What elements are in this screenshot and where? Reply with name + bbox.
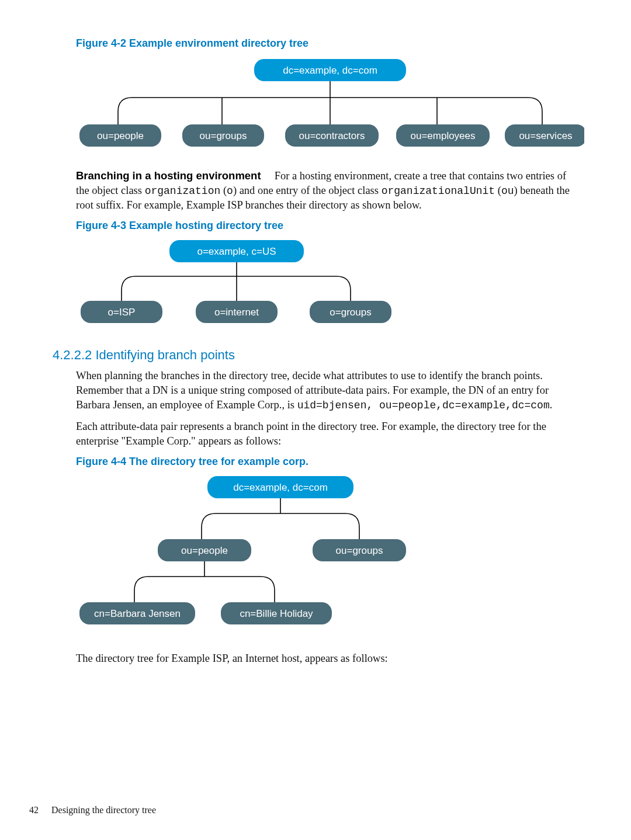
section-title: Identifying branch points xyxy=(92,348,235,362)
figure-4-3-diagram: o=example, c=US o=ISP o=internet o=group… xyxy=(76,238,403,334)
para-identifying-2: Each attribute-data pair represents a br… xyxy=(76,419,578,449)
p1-c2: o xyxy=(227,185,233,197)
f44-root: dc=example, dc=com xyxy=(233,482,328,493)
para-after-fig44: The directory tree for Example ISP, an I… xyxy=(76,651,578,666)
p1-c3: organizationalUnit xyxy=(382,185,495,197)
section-4-2-2-2-heading: 4.2.2.2 Identifying branch points xyxy=(53,348,578,363)
f43-root: o=example, c=US xyxy=(197,246,276,257)
p2-c1: uid=bjensen, ou=people,dc=example,dc=com xyxy=(297,400,550,411)
f42-child-1: ou=groups xyxy=(200,130,247,141)
p1-t3: ) and one entry of the object class xyxy=(233,185,382,196)
section-num: 4.2.2.2 xyxy=(53,348,92,362)
para-identifying-1: When planning the branches in the direct… xyxy=(76,369,578,412)
f43-child-0: o=ISP xyxy=(108,307,136,318)
f44-l3-1: cn=Billie Holiday xyxy=(240,608,313,619)
f44-l2-1: ou=groups xyxy=(336,545,383,556)
f42-root: dc=example, dc=com xyxy=(283,65,377,76)
figure-4-2-caption: Figure 4-2 Example environment directory… xyxy=(76,37,578,50)
f44-l3-0: cn=Barbara Jensen xyxy=(94,608,181,619)
p2-t2: . xyxy=(550,399,553,411)
branching-runin: Branching in a hosting environment xyxy=(76,169,261,182)
footer-title: Designing the directory tree xyxy=(51,805,156,815)
f42-child-4: ou=services xyxy=(519,130,572,141)
p1-t2: ( xyxy=(220,185,227,196)
p1-c4: ou xyxy=(501,185,514,197)
f42-child-0: ou=people xyxy=(97,130,144,141)
page-number: 42 xyxy=(29,805,39,815)
f42-child-3: ou=employees xyxy=(410,130,475,141)
f43-child-2: o=groups xyxy=(330,307,371,318)
figure-4-2-diagram: dc=example, dc=com ou=people ou=groups o… xyxy=(76,55,584,157)
f44-l2-0: ou=people xyxy=(181,545,228,556)
page: Figure 4-2 Example environment directory… xyxy=(0,0,631,840)
branching-paragraph: Branching in a hosting environment For a… xyxy=(76,169,578,213)
f43-child-1: o=internet xyxy=(214,307,259,318)
figure-4-3-caption: Figure 4-3 Example hosting directory tre… xyxy=(76,220,578,232)
p1-c1: organization xyxy=(145,185,221,197)
page-footer: 42 Designing the directory tree xyxy=(29,805,156,815)
f42-child-2: ou=contractors xyxy=(299,130,365,141)
figure-4-4-caption: Figure 4-4 The directory tree for exampl… xyxy=(76,456,578,468)
p1-t4: ( xyxy=(495,185,501,196)
figure-4-4-diagram: dc=example, dc=com ou=people ou=groups c… xyxy=(76,474,450,640)
